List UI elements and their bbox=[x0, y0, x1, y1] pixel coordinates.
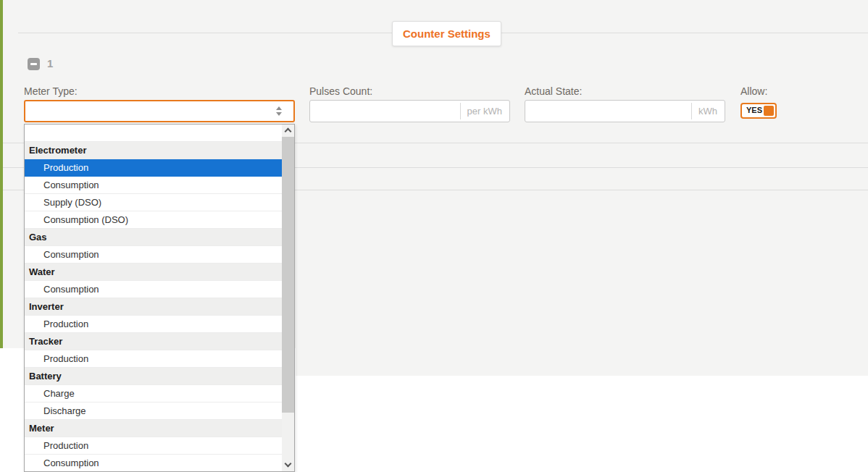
meter-type-label: Meter Type: bbox=[24, 85, 78, 97]
pulses-count-label: Pulses Count: bbox=[309, 85, 372, 97]
pulses-count-fieldbox: per kWh bbox=[309, 100, 510, 122]
actual-state-unit: kWh bbox=[691, 103, 725, 119]
dropdown-group-header: Tracker bbox=[25, 333, 282, 350]
meter-type-select[interactable] bbox=[24, 100, 295, 122]
meter-type-dropdown: ElectrometerProductionConsumptionSupply … bbox=[24, 124, 295, 472]
allow-toggle-state: YES bbox=[746, 106, 762, 114]
counter-settings-page: Counter Settings 1 Meter Type: Pulses Co… bbox=[0, 0, 868, 472]
select-stepper-icon bbox=[276, 106, 282, 116]
dropdown-option[interactable]: Consumption bbox=[25, 177, 282, 194]
dropdown-option[interactable]: Consumption bbox=[25, 246, 282, 264]
pulses-count-input[interactable] bbox=[310, 101, 460, 122]
section-index: 1 bbox=[47, 57, 53, 69]
dropdown-group-header: Gas bbox=[25, 229, 282, 246]
dropdown-group-header: Inverter bbox=[25, 298, 282, 316]
dropdown-group-header: Meter bbox=[25, 420, 282, 437]
left-accent-bar bbox=[0, 0, 3, 348]
dropdown-option-blank[interactable] bbox=[25, 125, 282, 142]
actual-state-label: Actual State: bbox=[525, 85, 582, 97]
scroll-up-button[interactable] bbox=[282, 125, 294, 137]
dropdown-option[interactable]: Charge bbox=[25, 385, 282, 403]
scrollbar-thumb[interactable] bbox=[282, 137, 294, 413]
actual-state-input[interactable] bbox=[525, 101, 691, 122]
dropdown-option[interactable]: Consumption (DSO) bbox=[25, 211, 282, 229]
chevron-up-icon bbox=[285, 128, 292, 135]
dropdown-option[interactable]: Consumption bbox=[25, 281, 282, 298]
page-title: Counter Settings bbox=[392, 21, 501, 46]
dropdown-option[interactable]: Production bbox=[25, 159, 282, 177]
dropdown-option[interactable]: Discharge bbox=[25, 403, 282, 420]
pulses-count-unit: per kWh bbox=[460, 103, 509, 119]
dropdown-option[interactable]: Supply (DSO) bbox=[25, 194, 282, 211]
secondary-panel-background bbox=[296, 348, 868, 376]
allow-toggle-knob bbox=[764, 106, 774, 116]
dropdown-option[interactable]: Consumption bbox=[25, 455, 282, 471]
dropdown-option[interactable]: Production bbox=[25, 437, 282, 455]
dropdown-group-header: Battery bbox=[25, 368, 282, 385]
dropdown-group-header: Electrometer bbox=[25, 142, 282, 159]
dropdown-scrollbar[interactable] bbox=[282, 125, 294, 471]
dropdown-group-header: Water bbox=[25, 264, 282, 281]
minus-icon bbox=[30, 63, 37, 65]
scroll-down-button[interactable] bbox=[282, 459, 294, 471]
dropdown-option[interactable]: Production bbox=[25, 350, 282, 368]
allow-label: Allow: bbox=[740, 85, 767, 97]
dropdown-list: ElectrometerProductionConsumptionSupply … bbox=[25, 125, 282, 471]
collapse-section-button[interactable] bbox=[28, 58, 40, 70]
dropdown-option[interactable]: Production bbox=[25, 316, 282, 333]
chevron-down-icon bbox=[285, 460, 292, 468]
actual-state-fieldbox: kWh bbox=[525, 100, 725, 122]
allow-toggle[interactable]: YES bbox=[740, 103, 777, 119]
